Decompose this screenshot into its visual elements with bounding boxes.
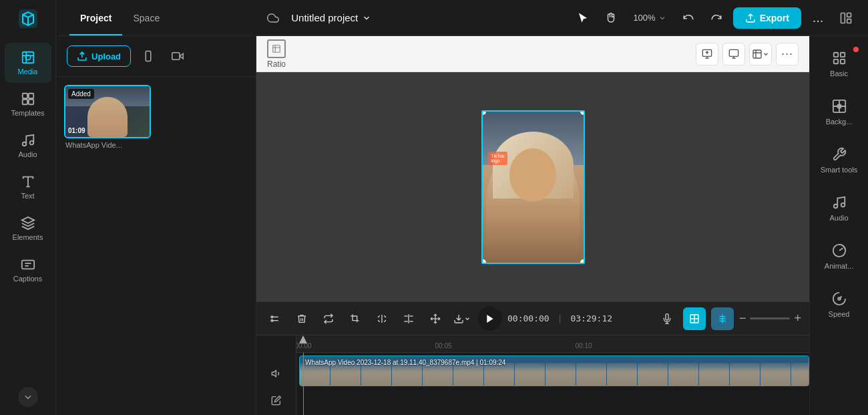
mirror-btn[interactable] <box>371 308 393 329</box>
sidebar-item-captions[interactable]: Captions <box>5 250 51 290</box>
trim-tool-btn[interactable] <box>264 308 286 329</box>
upload-label: Upload <box>91 51 121 61</box>
track-frame <box>607 363 637 386</box>
pencil-btn[interactable] <box>267 391 286 410</box>
svg-rect-4 <box>28 94 33 98</box>
export-btn[interactable]: Export <box>733 7 801 29</box>
tab-space[interactable]: Space <box>122 7 170 29</box>
current-time: 00:00:00 <box>507 313 550 323</box>
resize-handle-tl[interactable] <box>481 110 486 115</box>
add-media-overlay-btn[interactable] <box>696 43 718 65</box>
right-panel-item-speed[interactable]: Speed <box>815 282 864 327</box>
track-frame <box>515 363 545 386</box>
track-frame <box>761 363 791 386</box>
hand-icon <box>605 12 617 24</box>
more-canvas-options-btn[interactable]: ··· <box>776 43 799 65</box>
volume-btn[interactable] <box>267 364 286 383</box>
sidebar-item-text[interactable]: Text <box>5 167 51 207</box>
right-panel-item-audio[interactable]: Audio <box>815 186 864 231</box>
svg-rect-16 <box>273 45 280 52</box>
more-options-btn[interactable]: ... <box>807 7 829 29</box>
track-frame <box>730 363 760 386</box>
right-panel-item-animation[interactable]: Animat... <box>815 234 864 279</box>
export-label: Export <box>760 13 789 23</box>
tab-project[interactable]: Project <box>69 7 122 29</box>
loop-btn[interactable] <box>318 308 339 329</box>
chevron-down-icon <box>362 13 371 23</box>
export-clip-btn[interactable] <box>451 308 473 329</box>
right-panel-item-background[interactable]: Backg... <box>815 90 864 135</box>
svg-rect-13 <box>146 51 151 61</box>
resize-handle-br[interactable] <box>580 259 585 264</box>
zoom-level-btn[interactable]: 100% <box>628 10 671 25</box>
crop-btn[interactable] <box>345 308 366 329</box>
svg-rect-39 <box>833 59 837 63</box>
sidebar-item-media[interactable]: Media <box>5 43 51 83</box>
transform-btn[interactable] <box>425 308 446 329</box>
video-track[interactable]: WhatsApp Video 2023-12-18 at 19.11.40_83… <box>299 356 809 386</box>
chevron-down-icon <box>763 51 769 57</box>
track-frame <box>453 363 483 386</box>
replace-media-btn[interactable] <box>722 43 745 65</box>
layout-btn[interactable] <box>835 7 857 29</box>
video-track-label: WhatsApp Video 2023-12-18 at 19.11.40_83… <box>305 359 505 366</box>
camera-icon <box>172 50 184 62</box>
zoom-track[interactable] <box>750 317 790 319</box>
sidebar-item-templates[interactable]: Templates <box>5 84 51 124</box>
snap-to-center-btn[interactable] <box>683 307 706 330</box>
cursor-tool-btn[interactable] <box>572 7 594 29</box>
svg-rect-10 <box>841 13 845 23</box>
sidebar-collapse-btn[interactable] <box>18 387 38 407</box>
time-separator: | <box>558 313 563 323</box>
chevron-down-icon <box>658 14 666 22</box>
project-tabs: Project Space <box>69 7 170 29</box>
snap-grid-icon <box>717 313 728 324</box>
right-panel-item-basic[interactable]: Basic <box>815 41 864 87</box>
hand-tool-btn[interactable] <box>600 7 622 29</box>
resize-handle-bl[interactable] <box>481 259 486 264</box>
svg-point-22 <box>271 316 273 318</box>
track-frame <box>331 363 361 386</box>
upload-btn[interactable]: Upload <box>67 45 131 67</box>
camera-btn[interactable] <box>166 44 190 68</box>
sidebar-item-audio[interactable]: Audio <box>5 126 51 166</box>
zoom-in-btn[interactable]: + <box>794 311 801 325</box>
project-name-label: Untitled project <box>291 12 358 23</box>
project-name-button[interactable]: Untitled project <box>284 8 378 27</box>
transform-icon <box>430 313 441 324</box>
zoom-out-btn[interactable]: − <box>739 311 746 325</box>
mask-btn[interactable] <box>749 43 772 65</box>
undo-btn[interactable] <box>677 7 700 29</box>
redo-btn[interactable] <box>705 7 728 29</box>
cloud-icon <box>267 12 279 24</box>
nav-tools: 100% Export <box>572 7 857 29</box>
playhead[interactable] <box>303 335 304 352</box>
play-btn[interactable] <box>478 307 502 331</box>
mic-btn[interactable] <box>656 308 678 329</box>
add-media-icon <box>702 49 712 59</box>
playback-controls: 00:00:00 | 03:29:12 <box>256 301 809 335</box>
resize-handle-tr[interactable] <box>580 110 585 115</box>
timeline-tracks: WhatsApp Video 2023-12-18 at 19.11.40_83… <box>296 353 809 415</box>
main-content: Project Space Untitled project <box>56 0 868 415</box>
video-frame[interactable]: TikToklogo <box>481 110 585 264</box>
right-panel-item-smart-tools[interactable]: Smart tools <box>815 138 864 183</box>
snap-to-grid-btn[interactable] <box>711 307 734 330</box>
app-logo <box>15 5 41 32</box>
trash-icon <box>296 313 307 324</box>
ratio-btn[interactable]: Ratio <box>267 39 286 69</box>
media-name: WhatsApp Vide... <box>64 141 151 149</box>
total-time: 03:29:12 <box>570 313 612 323</box>
track-frame <box>791 363 809 386</box>
canvas-viewport[interactable]: TikToklogo <box>256 72 809 301</box>
list-item[interactable]: Added 01:09 WhatsApp Vide... <box>64 85 151 149</box>
ratio-icon-svg <box>272 44 281 53</box>
mobile-media-btn[interactable] <box>136 44 160 68</box>
play-icon <box>485 313 495 324</box>
delete-btn[interactable] <box>291 308 312 329</box>
canvas-area: Ratio <box>256 36 809 415</box>
sidebar-item-elements[interactable]: Elements <box>5 209 51 249</box>
ratio-label: Ratio <box>267 59 286 69</box>
right-panel-label: Smart tools <box>821 166 858 174</box>
split-btn[interactable] <box>398 308 419 329</box>
